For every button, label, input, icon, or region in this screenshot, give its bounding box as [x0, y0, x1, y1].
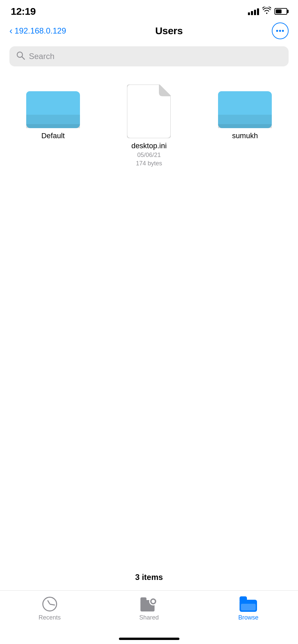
folder-icon-sumukh — [218, 85, 272, 128]
svg-rect-4 — [26, 95, 48, 101]
tab-shared[interactable]: Shared — [129, 596, 169, 621]
file-item-desktop-ini[interactable]: desktop.ini 05/06/21 174 bytes — [103, 80, 196, 172]
folder-icon — [26, 85, 80, 128]
search-placeholder: Search — [29, 52, 54, 61]
file-date: 05/06/21 — [137, 152, 161, 159]
ellipsis-icon: ••• — [276, 27, 285, 35]
file-size: 174 bytes — [136, 160, 162, 167]
file-item-sumukh[interactable]: sumukh — [199, 80, 291, 172]
search-bar[interactable]: Search — [9, 46, 289, 66]
back-button[interactable]: ‹ 192.168.0.129 — [9, 26, 66, 36]
home-indicator — [119, 638, 179, 640]
signal-icon — [248, 8, 259, 15]
tab-recents[interactable]: Recents — [30, 596, 70, 621]
svg-rect-9 — [218, 95, 240, 101]
file-item-default[interactable]: Default — [7, 80, 99, 172]
folder-name-sumukh: sumukh — [232, 131, 258, 140]
items-count: 3 items — [0, 573, 298, 582]
svg-rect-11 — [218, 124, 272, 128]
nav-bar: ‹ 192.168.0.129 Users ••• — [0, 20, 298, 44]
search-container: Search — [0, 44, 298, 73]
svg-rect-6 — [26, 124, 80, 128]
shared-icon — [140, 596, 158, 612]
file-grid: Default desktop.ini 05/06/21 174 bytes s… — [0, 73, 298, 172]
recents-label: Recents — [39, 614, 61, 621]
tab-browse[interactable]: Browse — [228, 596, 268, 621]
battery-icon — [274, 8, 287, 15]
status-icons — [248, 7, 287, 16]
more-options-button[interactable]: ••• — [272, 22, 289, 39]
folder-name-default: Default — [41, 131, 65, 140]
page-title: Users — [155, 25, 183, 37]
document-icon — [127, 85, 171, 138]
browse-label: Browse — [238, 614, 258, 621]
wifi-icon — [262, 7, 271, 16]
browse-icon — [240, 596, 257, 612]
status-time: 12:19 — [11, 6, 36, 17]
file-name-desktop-ini: desktop.ini — [131, 142, 167, 150]
recents-icon — [41, 596, 58, 612]
chevron-left-icon: ‹ — [9, 26, 12, 36]
tab-bar: Recents Shared Browse — [0, 590, 298, 644]
status-bar: 12:19 — [0, 0, 298, 20]
shared-label: Shared — [139, 614, 159, 621]
search-icon — [16, 51, 25, 62]
back-text: 192.168.0.129 — [14, 26, 66, 36]
svg-line-1 — [22, 57, 25, 59]
